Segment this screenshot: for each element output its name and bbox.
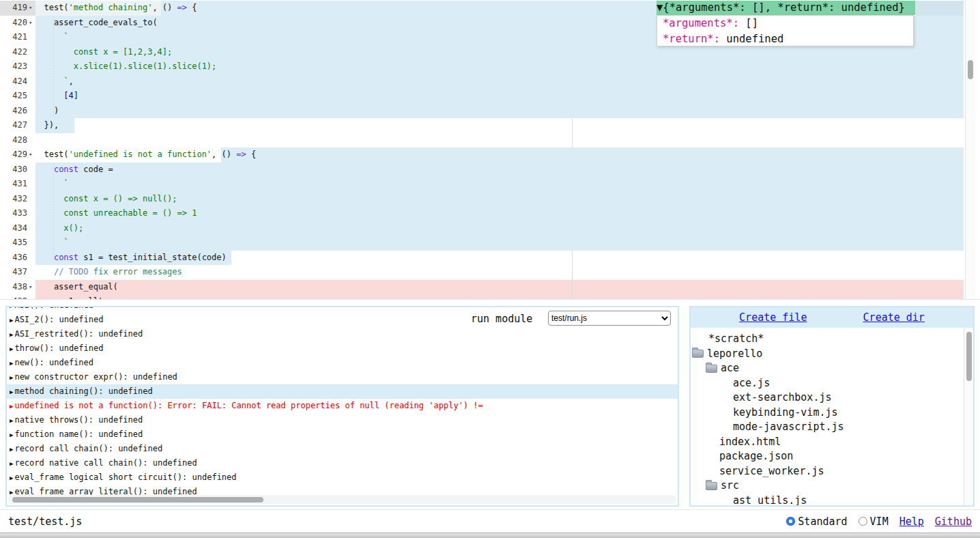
line-number[interactable]: 439	[0, 294, 27, 300]
code-text[interactable]: x.slice(1).slice(1).slice(1);	[34, 59, 216, 74]
radio-standard-icon[interactable]	[786, 517, 795, 526]
code-text[interactable]: s1.calltree	[34, 294, 118, 300]
expand-triangle-icon[interactable]: ▶	[10, 403, 13, 410]
editor-line-429[interactable]: 429▾ test('undefined is not a function',…	[0, 147, 980, 162]
line-number[interactable]: 435	[0, 236, 27, 251]
editor-line-428[interactable]: 428	[0, 133, 980, 148]
results-hscrollbar-track[interactable]	[8, 495, 676, 504]
expand-triangle-icon[interactable]: ▶	[10, 417, 13, 424]
test-result-item[interactable]: ▶new(): undefined	[7, 356, 678, 370]
code-text[interactable]: const code =	[34, 162, 113, 178]
fold-arrow-icon[interactable]: ▾	[29, 1, 32, 16]
line-number[interactable]: 429	[0, 147, 27, 162]
line-number[interactable]: 437	[0, 265, 27, 280]
expand-triangle-icon[interactable]: ▶	[10, 388, 13, 395]
test-result-item[interactable]: ▶record native call chain(): undefined	[7, 456, 678, 470]
tree-file-mode-javascript.js[interactable]: mode-javascript.js	[691, 420, 964, 435]
test-result-item[interactable]: ▶function name(): undefined	[7, 427, 678, 442]
tree-folder-leporello[interactable]: leporello	[691, 347, 964, 362]
test-result-item[interactable]: ▶native throws(): undefined	[7, 413, 678, 427]
editor-line-426[interactable]: 426 )	[0, 104, 980, 119]
expand-triangle-icon[interactable]: ▶	[10, 331, 13, 338]
expand-triangle-icon[interactable]: ▶	[10, 345, 13, 352]
test-result-item[interactable]: ▶undefined is not a function(): Error: F…	[7, 399, 678, 413]
fold-arrow-icon[interactable]: ▾	[29, 16, 32, 31]
code-text[interactable]: )	[34, 104, 59, 119]
editor-line-430[interactable]: 430 const code =	[0, 162, 980, 178]
line-number[interactable]: 426	[0, 104, 27, 119]
line-number[interactable]: 422	[0, 45, 27, 60]
code-text[interactable]: assert_equal(	[34, 280, 118, 295]
create-file-button[interactable]: Create file	[739, 311, 807, 324]
test-result-item[interactable]: ▶eval_frame logical short circuit(): und…	[7, 470, 678, 485]
tree-file-index.html[interactable]: index.html	[691, 435, 964, 450]
code-text[interactable]: [4]	[34, 89, 78, 104]
editor-line-438[interactable]: 438▾ assert_equal(	[0, 280, 980, 295]
expand-triangle-icon[interactable]: ▶	[10, 360, 13, 367]
editor-line-439[interactable]: 439 s1.calltree	[0, 294, 980, 300]
line-number[interactable]: 431	[0, 177, 27, 192]
line-number[interactable]: 419	[0, 1, 27, 16]
line-number[interactable]: 424	[0, 74, 27, 89]
github-link[interactable]: Github	[935, 515, 972, 528]
code-text[interactable]: const s1 = test_initial_state(code)	[34, 251, 227, 266]
test-result-item[interactable]: ▶method chaining(): undefined	[7, 384, 678, 399]
line-number[interactable]: 423	[0, 59, 27, 74]
test-result-item[interactable]: ▶throw(): undefined	[7, 341, 678, 356]
code-text[interactable]: assert_code_evals_to(	[34, 16, 158, 31]
keybinding-standard-option[interactable]: Standard	[786, 515, 847, 528]
tree-file-ace.js[interactable]: ace.js	[691, 376, 964, 391]
tree-file-ast_utils.js[interactable]: ast_utils.js	[691, 494, 964, 506]
help-link[interactable]: Help	[899, 515, 924, 528]
expand-triangle-icon[interactable]: ▶	[10, 317, 13, 324]
inspector-entry[interactable]: *arguments*: []	[663, 16, 913, 31]
code-text[interactable]: `,	[34, 74, 74, 89]
expand-triangle-icon[interactable]: ▶	[10, 306, 13, 309]
editor-line-437[interactable]: 437 // TODO fix error messages	[0, 265, 980, 280]
editor-line-423[interactable]: 423 x.slice(1).slice(1).slice(1);	[0, 59, 980, 74]
code-text[interactable]: const x = [1,2,3,4];	[34, 45, 172, 60]
tree-file-package.json[interactable]: package.json	[691, 449, 964, 464]
code-text[interactable]: `	[34, 236, 69, 251]
editor-line-432[interactable]: 432 const x = () => null();	[0, 192, 980, 207]
line-number[interactable]: 432	[0, 192, 27, 207]
code-text[interactable]: test('undefined is not a function', () =…	[34, 147, 256, 162]
expand-triangle-icon[interactable]: ▶	[10, 475, 13, 481]
editor-line-434[interactable]: 434 x();	[0, 221, 980, 236]
tree-file-ext-searchbox.js[interactable]: ext-searchbox.js	[691, 391, 964, 406]
radio-standard-label[interactable]: Standard	[798, 515, 847, 528]
line-number[interactable]: 420	[0, 16, 27, 31]
line-number[interactable]: 427	[0, 118, 27, 133]
radio-vim-icon[interactable]	[859, 517, 867, 526]
line-number[interactable]: 438	[0, 280, 27, 295]
fold-arrow-icon[interactable]: ▾	[29, 280, 32, 295]
test-result-item[interactable]: ▶ASI_restrited(): undefined	[7, 327, 678, 341]
line-number[interactable]: 428	[0, 133, 27, 148]
line-number[interactable]: 436	[0, 251, 27, 266]
tree-file-keybinding-vim.js[interactable]: keybinding-vim.js	[691, 406, 964, 421]
keybinding-vim-option[interactable]: VIM	[859, 515, 889, 528]
tree-file-*scratch*[interactable]: *scratch*	[691, 332, 964, 347]
test-result-item[interactable]: ▶record call chain(): undefined	[7, 442, 678, 456]
editor-line-435[interactable]: 435 `	[0, 236, 980, 251]
radio-vim-label[interactable]: VIM	[870, 515, 889, 528]
editor-line-433[interactable]: 433 const unreachable = () => 1	[0, 206, 980, 221]
code-text[interactable]: x();	[34, 221, 83, 236]
tree-file-service_worker.js[interactable]: service_worker.js	[691, 464, 964, 479]
expand-triangle-icon[interactable]: ▶	[10, 446, 13, 453]
expand-triangle-icon[interactable]: ▶	[10, 374, 13, 381]
line-number[interactable]: 421	[0, 30, 27, 45]
value-inspector-header[interactable]: ▼{*arguments*: [], *return*: undefined}	[657, 1, 915, 15]
inspector-entry[interactable]: *return*: undefined	[663, 31, 913, 47]
results-hscrollbar-thumb[interactable]	[12, 497, 263, 502]
tree-scrollbar-thumb[interactable]	[966, 332, 972, 381]
test-result-item[interactable]: ▶new constructor expr(): undefined	[7, 370, 678, 384]
editor-line-425[interactable]: 425 [4]	[0, 89, 980, 104]
editor-line-427[interactable]: 427 }),	[0, 118, 980, 133]
expand-triangle-icon[interactable]: ▶	[10, 460, 13, 467]
file-tree[interactable]: *scratch*leporelloaceace.jsext-searchbox…	[691, 328, 964, 505]
editor-line-431[interactable]: 431 `	[0, 177, 980, 192]
tree-scrollbar-track[interactable]	[964, 328, 974, 505]
line-number[interactable]: 425	[0, 89, 27, 104]
line-number[interactable]: 433	[0, 206, 27, 221]
